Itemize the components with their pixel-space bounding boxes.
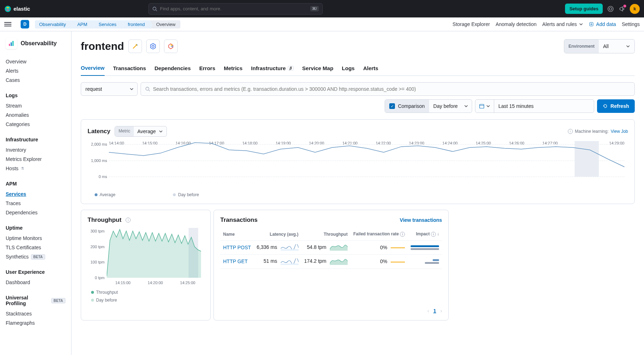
next-page-button[interactable]: ›	[440, 308, 442, 314]
info-icon: i	[400, 232, 405, 237]
tab-service-map[interactable]: Service Map	[302, 62, 333, 75]
svg-point-3	[608, 6, 613, 11]
col-name[interactable]: Name	[220, 228, 254, 241]
time-range-select[interactable]: Last 15 minutes	[475, 99, 594, 113]
sidebar-item-inventory[interactable]: Inventory	[6, 145, 65, 155]
svg-rect-10	[12, 41, 14, 46]
sidebar-item-overview[interactable]: Overview	[6, 57, 65, 66]
metric-select[interactable]: Metric Average	[115, 126, 167, 137]
tab-infrastructure[interactable]: Infrastructureβ	[251, 62, 294, 75]
news-icon[interactable]	[618, 5, 625, 12]
sidebar-item-categories[interactable]: Categories	[6, 120, 65, 129]
sidebar-item-dependencies[interactable]: Dependencies	[6, 208, 65, 217]
query-input[interactable]	[153, 86, 630, 92]
sidebar-item-services[interactable]: Services	[6, 189, 65, 199]
sidebar-item-flamegraphs[interactable]: Flamegraphs	[6, 318, 65, 328]
tab-transactions[interactable]: Transactions	[113, 62, 146, 75]
crumb-apm[interactable]: APM	[71, 20, 92, 28]
tab-alerts[interactable]: Alerts	[363, 62, 379, 75]
svg-rect-9	[11, 42, 12, 46]
tab-logs[interactable]: Logs	[342, 62, 355, 75]
comparison-checkbox[interactable]: ✓	[389, 103, 395, 109]
cloud-icon-button[interactable]	[164, 40, 178, 53]
anomaly-detection-link[interactable]: Anomaly detection	[496, 21, 537, 27]
view-job-link[interactable]: View Job	[611, 129, 628, 134]
settings-link[interactable]: Settings	[622, 21, 640, 27]
sidebar-item-traces[interactable]: Traces	[6, 199, 65, 208]
tab-dependencies[interactable]: Dependencies	[154, 62, 191, 75]
col-throughput[interactable]: Throughput	[301, 228, 350, 241]
svg-line-2	[155, 10, 157, 11]
ml-link: iMachine learning: View Job	[568, 129, 628, 134]
comparison-select[interactable]: ✓Comparison Day before	[385, 99, 472, 113]
table-row: HTTP GET 51 ms 174.2 tpm 0%	[220, 255, 442, 268]
crumb-overview[interactable]: Overview	[150, 20, 180, 28]
add-data-link[interactable]: Add data	[589, 21, 616, 27]
sidebar-section-user-experience: User Experience	[6, 269, 65, 275]
flask-icon: ⚗	[21, 166, 24, 171]
crumb-observability[interactable]: Observability	[35, 20, 71, 28]
transaction-link[interactable]: HTTP POST	[223, 245, 251, 250]
view-transactions-link[interactable]: View transactions	[400, 217, 442, 223]
sidebar-item-metrics-explorer[interactable]: Metrics Explorer	[6, 155, 65, 164]
nav-toggle-button[interactable]	[4, 22, 11, 26]
sidebar-item-uptime-monitors[interactable]: Uptime Monitors	[6, 234, 65, 243]
prev-page-button[interactable]: ‹	[427, 308, 429, 314]
page-number[interactable]: 1	[433, 308, 436, 314]
transaction-link[interactable]: HTTP GET	[223, 259, 248, 264]
avatar[interactable]: k	[630, 4, 640, 14]
sub-header: D Observability APM Services frontend Ov…	[0, 17, 644, 31]
crumb-frontend[interactable]: frontend	[121, 20, 150, 28]
svg-point-16	[146, 87, 149, 90]
brand-logo[interactable]: elastic	[4, 5, 30, 12]
transactions-panel: Transactions View transactions Name Late…	[213, 210, 449, 320]
elastic-icon	[4, 5, 11, 12]
alerts-rules-link[interactable]: Alerts and rules	[542, 21, 583, 27]
sidebar-item-tls-certificates[interactable]: TLS Certificates	[6, 243, 65, 252]
crumb-services[interactable]: Services	[92, 20, 121, 28]
setup-guides-button[interactable]: Setup guides	[565, 4, 603, 14]
tab-errors[interactable]: Errors	[199, 62, 215, 75]
col-impact[interactable]: Impact i ↓	[408, 228, 442, 241]
chevron-down-icon	[486, 104, 490, 108]
sidebar-item-stacktraces[interactable]: Stacktraces	[6, 309, 65, 318]
environment-select[interactable]: Environment All	[564, 39, 635, 53]
svg-rect-20	[281, 249, 299, 251]
chevron-down-icon	[464, 104, 468, 108]
tab-metrics[interactable]: Metrics	[224, 62, 243, 75]
type-select[interactable]: request	[81, 82, 138, 96]
sidebar-item-alerts[interactable]: Alerts	[6, 66, 65, 75]
tabs: OverviewTransactionsDependenciesErrorsMe…	[81, 62, 635, 76]
refresh-button[interactable]: Refresh	[597, 99, 635, 113]
transactions-table: Name Latency (avg.) Throughput Failed tr…	[220, 228, 442, 269]
search-icon	[152, 6, 157, 11]
sidebar-item-stream[interactable]: Stream	[6, 101, 65, 110]
sidebar-item-synthetics[interactable]: SyntheticsBETA	[6, 252, 65, 261]
calendar-icon	[479, 103, 485, 109]
help-icon[interactable]	[607, 5, 614, 12]
col-latency[interactable]: Latency (avg.)	[254, 228, 301, 241]
tab-overview[interactable]: Overview	[81, 62, 105, 76]
kubernetes-icon-button[interactable]	[146, 40, 160, 53]
sidebar-item-dashboard[interactable]: Dashboard	[6, 278, 65, 287]
app-badge[interactable]: D	[21, 20, 29, 28]
latency-legend: Average Day before	[88, 192, 628, 197]
search-input[interactable]	[160, 6, 307, 11]
throughput-chart: 0 tpm100 tpm200 tpm300 tpm14:15:0014:20:…	[88, 228, 204, 285]
query-filter[interactable]	[141, 82, 635, 96]
storage-explorer-link[interactable]: Storage Explorer	[453, 21, 490, 27]
plus-circle-icon	[589, 22, 594, 27]
info-icon[interactable]: i	[126, 218, 131, 223]
throughput-title: Throughput	[88, 216, 121, 224]
global-search[interactable]: ⌘/	[148, 3, 323, 15]
environment-label: Environment	[564, 40, 599, 53]
col-failed[interactable]: Failed transaction rate i	[350, 228, 408, 241]
chevron-down-icon	[159, 129, 163, 134]
sidebar-item-cases[interactable]: Cases	[6, 75, 65, 85]
sidebar-item-hosts[interactable]: Hosts⚗	[6, 164, 65, 173]
agent-icon-button[interactable]	[128, 40, 142, 53]
calendar-button[interactable]	[475, 100, 494, 113]
sidebar-item-anomalies[interactable]: Anomalies	[6, 110, 65, 120]
chevron-down-icon	[579, 22, 583, 26]
brand-text: elastic	[14, 6, 30, 12]
